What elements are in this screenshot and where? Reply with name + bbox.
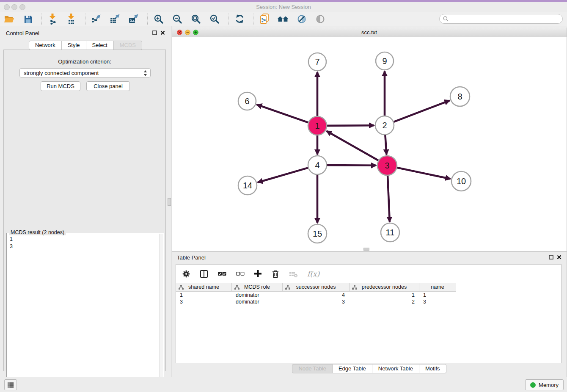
- select-all-icon[interactable]: [217, 270, 226, 277]
- tab-motifs[interactable]: Motifs: [419, 364, 446, 373]
- refresh-icon[interactable]: [234, 13, 245, 25]
- close-panel-icon[interactable]: [160, 30, 165, 35]
- clone-network-icon[interactable]: [259, 13, 270, 25]
- task-history-button[interactable]: [4, 379, 17, 390]
- column-type-icon: [234, 285, 239, 290]
- result-scrollbar[interactable]: [159, 234, 163, 392]
- import-table-icon[interactable]: [66, 13, 77, 25]
- float-panel-icon[interactable]: [549, 255, 553, 259]
- table-cell[interactable]: 2: [350, 298, 419, 305]
- graph-edge-2-8[interactable]: [394, 100, 450, 121]
- column-header-name[interactable]: name: [419, 283, 456, 291]
- graph-edge-2-3[interactable]: [385, 135, 386, 155]
- graph-node-7[interactable]: 7: [308, 53, 326, 71]
- zoom-fit-icon[interactable]: [190, 13, 202, 25]
- columns-icon[interactable]: [200, 270, 208, 278]
- graph-node-4[interactable]: 4: [308, 156, 327, 174]
- graph-node-14[interactable]: 14: [238, 176, 257, 195]
- table-header-row: shared name MCDS role successor nodes pr…: [176, 283, 456, 292]
- delete-icon[interactable]: [271, 270, 280, 278]
- hide-graphics-details-icon[interactable]: [296, 13, 308, 25]
- save-session-icon[interactable]: [22, 13, 34, 25]
- column-header-successor-nodes[interactable]: successor nodes: [283, 283, 350, 291]
- control-panel: Control Panel Network Style Select MCDS …: [0, 26, 171, 377]
- graph-node-label: 7: [315, 57, 319, 66]
- column-label: MCDS role: [244, 284, 270, 290]
- table-row[interactable]: 1dominator411: [176, 292, 561, 298]
- settings-icon[interactable]: [182, 270, 190, 278]
- zoom-out-icon[interactable]: [171, 13, 183, 25]
- graph-node-11[interactable]: 11: [381, 223, 399, 242]
- graph-node-6[interactable]: 6: [238, 92, 256, 110]
- add-icon[interactable]: [254, 270, 262, 278]
- table-cell[interactable]: 3: [283, 298, 350, 305]
- panel-splitter-handle[interactable]: [168, 198, 171, 206]
- main-toolbar: [0, 12, 567, 26]
- tab-network[interactable]: Network: [29, 41, 62, 50]
- tab-style[interactable]: Style: [62, 41, 86, 50]
- column-header-shared-name[interactable]: shared name: [176, 283, 232, 291]
- search-input[interactable]: [449, 15, 562, 23]
- graph-edge-3-1[interactable]: [327, 131, 378, 160]
- graph-edge-1-2[interactable]: [327, 125, 374, 126]
- tab-mcds[interactable]: MCDS: [114, 41, 142, 50]
- birds-eye-view-icon[interactable]: [314, 13, 326, 25]
- tab-node-table[interactable]: Node Table: [292, 364, 333, 373]
- memory-label: Memory: [539, 382, 559, 388]
- graph-node-2[interactable]: 2: [375, 116, 394, 135]
- run-mcds-button[interactable]: Run MCDS: [41, 81, 80, 91]
- tab-network-table[interactable]: Network Table: [372, 364, 419, 373]
- table-cell[interactable]: 1: [419, 292, 456, 298]
- graph-node-1[interactable]: 1: [308, 116, 327, 135]
- tab-edge-table[interactable]: Edge Table: [333, 364, 372, 373]
- close-panel-button[interactable]: Close panel: [86, 81, 130, 91]
- app-titlebar[interactable]: Session: New Session: [0, 2, 567, 12]
- graph-node-10[interactable]: 10: [451, 171, 471, 191]
- function-builder-icon[interactable]: f(x): [307, 270, 319, 278]
- first-neighbors-icon[interactable]: [277, 13, 289, 25]
- deselect-all-icon[interactable]: [236, 270, 245, 277]
- network-title: scc.txt: [172, 28, 567, 37]
- graph-node-15[interactable]: 15: [308, 224, 327, 243]
- mcds-result-box[interactable]: MCDS result (2 nodes) 1 3: [6, 233, 164, 392]
- criterion-dropdown[interactable]: strongly connected component: [19, 68, 151, 77]
- graph-edge-3-10[interactable]: [397, 168, 451, 179]
- table-cell[interactable]: 4: [283, 292, 350, 298]
- graph-node-label: 2: [382, 121, 387, 130]
- table-cell[interactable]: 3: [419, 298, 456, 305]
- tab-select[interactable]: Select: [86, 41, 114, 50]
- table-cell[interactable]: dominator: [232, 298, 283, 305]
- graph-node-3[interactable]: 3: [377, 156, 397, 175]
- float-panel-icon[interactable]: [152, 30, 157, 35]
- export-network-icon[interactable]: [91, 13, 102, 25]
- table-cell[interactable]: 3: [176, 298, 232, 305]
- delete-table-icon[interactable]: [289, 270, 298, 278]
- graph-edge-4-14[interactable]: [258, 168, 308, 182]
- export-image-icon[interactable]: [128, 13, 140, 25]
- network-canvas[interactable]: 1234678910111415: [172, 37, 567, 252]
- view-splitter-handle[interactable]: [363, 248, 369, 251]
- graph-node-9[interactable]: 9: [376, 52, 394, 70]
- network-window-titlebar[interactable]: scc.txt: [172, 28, 567, 37]
- table-cell[interactable]: dominator: [232, 292, 283, 298]
- zoom-in-icon[interactable]: [153, 13, 165, 25]
- table-row[interactable]: 3dominator323: [176, 298, 561, 305]
- table-cell[interactable]: 1: [350, 292, 419, 298]
- graph-edge-4-3[interactable]: [327, 165, 376, 166]
- graph-edge-3-11[interactable]: [388, 176, 390, 222]
- export-table-icon[interactable]: [109, 13, 121, 25]
- graph-node-label: 3: [385, 161, 389, 170]
- memory-button[interactable]: Memory: [525, 379, 564, 390]
- zoom-selected-icon[interactable]: [209, 13, 220, 25]
- column-header-mcds-role[interactable]: MCDS role: [232, 283, 283, 291]
- graph-edge-1-6[interactable]: [257, 105, 308, 123]
- column-header-predecessor-nodes[interactable]: predecessor nodes: [350, 283, 419, 291]
- graph-node-8[interactable]: 8: [450, 87, 470, 106]
- open-session-icon[interactable]: [3, 13, 15, 25]
- import-network-icon[interactable]: [47, 13, 59, 25]
- close-panel-icon[interactable]: [557, 255, 561, 259]
- toolbar-separator: [41, 14, 42, 25]
- network-graph[interactable]: 1234678910111415: [172, 37, 567, 252]
- table-cell[interactable]: 1: [176, 292, 232, 298]
- search-box[interactable]: [439, 14, 563, 24]
